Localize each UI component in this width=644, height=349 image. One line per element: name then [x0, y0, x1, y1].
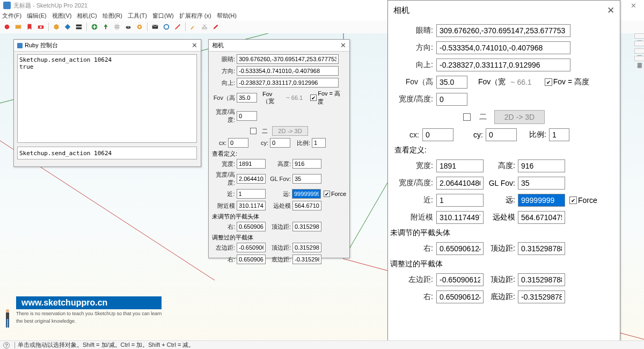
mail-icon[interactable]: [150, 22, 160, 32]
menu-edit[interactable]: 编辑(E): [27, 12, 47, 20]
foveq-checkbox[interactable]: ✔: [545, 78, 552, 86]
cube-yellow-icon[interactable]: [52, 22, 61, 32]
ratio-input[interactable]: [549, 128, 569, 141]
fovh-input[interactable]: [237, 93, 257, 103]
close-icon[interactable]: ✕: [340, 41, 346, 49]
menu-file[interactable]: 文件(F): [2, 12, 21, 20]
adj-right-input[interactable]: [237, 255, 266, 264]
adj-left-input[interactable]: [436, 273, 484, 286]
width-input[interactable]: [436, 159, 484, 172]
aspect-input[interactable]: [237, 111, 257, 121]
adj-left-input[interactable]: [237, 243, 266, 252]
circle-blue-icon[interactable]: [162, 22, 171, 32]
cy-input[interactable]: [270, 138, 290, 148]
menu-tools[interactable]: 工具(T): [128, 12, 147, 20]
close-button[interactable]: ✕: [623, 0, 644, 11]
height-input[interactable]: [292, 159, 321, 169]
ruby-console[interactable]: Ruby 控制台 ✕ Sketchup.send_action 10624 tr…: [13, 39, 201, 167]
farmode-input[interactable]: [292, 201, 321, 210]
camera-panel-large[interactable]: 相机✕ 眼睛: 方向: 向上: Fov（高 Fov（宽~ 66.1 ✔Fov =…: [387, 0, 620, 348]
farmode-input[interactable]: [518, 211, 565, 224]
near-input[interactable]: [436, 194, 484, 207]
two-checkbox[interactable]: [463, 113, 471, 121]
force-checkbox[interactable]: ✔: [569, 197, 577, 204]
force-checkbox[interactable]: ✔: [324, 191, 330, 197]
fovh-input[interactable]: [436, 76, 467, 89]
camera-panel-small[interactable]: 相机✕ 眼睛: 方向: 向上: Fov（高 Fov（宽~ 66.1 ✔Fov =…: [208, 39, 350, 258]
eye-input[interactable]: [237, 54, 339, 64]
settings-orange-icon[interactable]: [135, 22, 144, 32]
svg-rect-5: [76, 27, 82, 30]
foveq-checkbox[interactable]: ✔: [310, 94, 317, 101]
menu-window[interactable]: 窗口(W): [152, 12, 174, 20]
gear-red-icon[interactable]: [2, 22, 12, 32]
menu-camera[interactable]: 相机(C): [77, 12, 97, 20]
un-top-input[interactable]: [518, 242, 565, 255]
ruby-title: Ruby 控制台: [25, 41, 58, 49]
height-input[interactable]: [518, 159, 565, 172]
close-icon[interactable]: ✕: [607, 5, 614, 16]
to3d-button[interactable]: 2D -> 3D: [494, 110, 545, 124]
aspect2-input[interactable]: [237, 174, 266, 184]
diamond-blue-icon[interactable]: [63, 22, 72, 32]
right-tab-default[interactable]: 默认面板: [634, 33, 644, 39]
plus-green-icon[interactable]: [90, 22, 99, 32]
scissors-icon[interactable]: [200, 22, 209, 32]
folder-icon[interactable]: [13, 22, 23, 32]
cy-input[interactable]: [486, 128, 517, 141]
right-tab-entities[interactable]: 图元: [634, 48, 644, 54]
right-tab-screen[interactable]: 窗口屏幕: [634, 56, 644, 61]
aspect-input[interactable]: [436, 93, 467, 106]
up-input[interactable]: [436, 59, 570, 71]
adj-right-input[interactable]: [436, 290, 484, 303]
brush-icon[interactable]: [211, 22, 221, 32]
cx-input[interactable]: [228, 138, 248, 148]
adj-bot-input[interactable]: [518, 290, 565, 303]
adj-top-input[interactable]: [292, 243, 321, 252]
menu-ext[interactable]: 扩展程序 (x): [179, 12, 211, 20]
svg-line-14: [175, 25, 180, 30]
line-red-icon[interactable]: [173, 22, 182, 32]
svg-rect-4: [76, 25, 82, 27]
camera-title: 相机: [393, 5, 409, 16]
ruby-input[interactable]: [17, 147, 197, 159]
glfov-input[interactable]: [518, 177, 565, 190]
grid-icon[interactable]: [112, 22, 122, 32]
adj-top-input[interactable]: [518, 273, 565, 286]
ruby-output[interactable]: Sketchup.send_action 10624 true: [17, 54, 197, 143]
width-input[interactable]: [237, 159, 266, 169]
two-checkbox[interactable]: [250, 128, 257, 134]
ratio-input[interactable]: [312, 138, 326, 148]
un-right-input[interactable]: [237, 222, 266, 231]
cx-input[interactable]: [422, 128, 453, 141]
bookmark-icon[interactable]: [25, 22, 34, 32]
layers-icon[interactable]: [74, 22, 84, 32]
un-right-input[interactable]: [436, 242, 484, 255]
close-icon[interactable]: ✕: [192, 41, 197, 49]
camera-icon[interactable]: [36, 22, 46, 32]
svg-point-15: [202, 27, 204, 30]
menu-draw[interactable]: 绘图(R): [103, 12, 122, 20]
menu-view[interactable]: 视图(V): [52, 12, 72, 20]
menu-help[interactable]: 帮助(H): [217, 12, 237, 20]
un-top-input[interactable]: [292, 222, 321, 231]
direction-input[interactable]: [237, 66, 339, 76]
nearmode-input[interactable]: [436, 211, 484, 224]
app-icon: [3, 2, 11, 9]
right-tab-notes[interactable]: 注释: [634, 41, 644, 46]
glfov-input[interactable]: [292, 174, 321, 184]
to3d-button[interactable]: 2D -> 3D: [272, 126, 308, 136]
nearmode-input[interactable]: [237, 201, 266, 210]
near-input[interactable]: [237, 189, 266, 199]
direction-input[interactable]: [436, 41, 570, 54]
adj-bot-input[interactable]: [292, 255, 321, 264]
far-input[interactable]: [292, 189, 321, 199]
eye-input[interactable]: [436, 24, 570, 37]
tree-icon[interactable]: [101, 22, 111, 32]
help-icon[interactable]: ?: [3, 342, 10, 348]
up-input[interactable]: [237, 78, 339, 88]
cloud-up-icon[interactable]: [123, 22, 133, 32]
wrench-icon[interactable]: [188, 22, 198, 32]
aspect2-input[interactable]: [436, 177, 484, 190]
far-input[interactable]: [518, 194, 565, 207]
